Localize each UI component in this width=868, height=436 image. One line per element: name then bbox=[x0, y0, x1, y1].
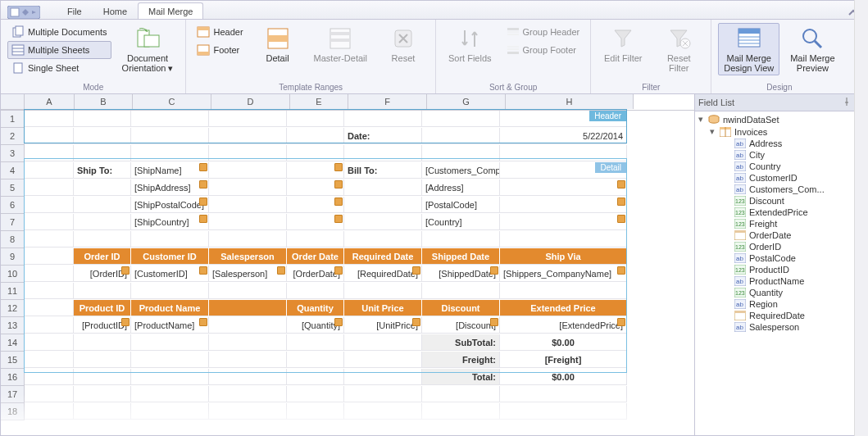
cell[interactable]: Date: bbox=[344, 128, 422, 144]
cell[interactable] bbox=[25, 369, 74, 385]
row-header-5[interactable]: 5 bbox=[1, 179, 25, 197]
cell[interactable] bbox=[500, 231, 627, 248]
cell[interactable]: [Salesperson] bbox=[209, 266, 287, 282]
cell[interactable]: SubTotal: bbox=[422, 334, 500, 351]
cell[interactable] bbox=[209, 386, 287, 402]
cell[interactable]: Customer ID bbox=[131, 248, 209, 265]
tree-field[interactable]: 123Freight bbox=[695, 218, 867, 229]
cell[interactable]: Salesperson bbox=[209, 248, 287, 265]
col-header-E[interactable]: E bbox=[290, 94, 348, 109]
cell[interactable]: Extended Price bbox=[500, 300, 627, 316]
column-headers[interactable]: ABCDEFGH bbox=[1, 94, 694, 111]
row-header-16[interactable]: 16 bbox=[1, 369, 25, 386]
group-header-button[interactable]: Group Header bbox=[502, 23, 584, 41]
cell[interactable]: Header bbox=[500, 111, 627, 127]
row-header-17[interactable]: 17 bbox=[1, 386, 25, 403]
sort-fields-button[interactable]: Sort Fields bbox=[443, 23, 498, 66]
cell[interactable]: $0.00 bbox=[500, 334, 627, 351]
cell[interactable] bbox=[25, 179, 74, 196]
cell[interactable] bbox=[209, 179, 287, 196]
cell[interactable]: [Address] bbox=[422, 179, 500, 196]
cell[interactable] bbox=[74, 352, 131, 368]
tree-field[interactable]: abSalesperson bbox=[695, 321, 867, 333]
master-detail-button[interactable]: Master-Detail bbox=[308, 23, 373, 66]
cell[interactable] bbox=[500, 179, 627, 196]
tab-home[interactable]: Home bbox=[93, 2, 138, 19]
cell[interactable] bbox=[25, 128, 74, 144]
cell[interactable] bbox=[131, 352, 209, 368]
cell[interactable] bbox=[209, 231, 287, 248]
tree-field[interactable]: 123OrderID bbox=[695, 241, 867, 252]
cell[interactable] bbox=[74, 197, 131, 213]
cell[interactable] bbox=[344, 283, 422, 299]
cell[interactable]: Total: bbox=[422, 369, 500, 385]
spreadsheet-area[interactable]: ABCDEFGH1Header2Date:5/22/201434Ship To:… bbox=[1, 94, 694, 435]
tab-mail-merge[interactable]: Mail Merge bbox=[138, 2, 203, 19]
cell[interactable] bbox=[25, 162, 74, 179]
cell[interactable] bbox=[422, 111, 500, 127]
cell[interactable] bbox=[422, 145, 500, 161]
cell[interactable]: [OrderID] bbox=[74, 266, 131, 282]
cell[interactable]: Freight: bbox=[422, 352, 500, 368]
cell[interactable] bbox=[287, 145, 344, 161]
cell[interactable]: [Freight] bbox=[500, 352, 627, 368]
row-header-9[interactable]: 9 bbox=[1, 248, 25, 266]
cell[interactable]: Bill To: bbox=[344, 162, 422, 179]
cell[interactable]: [ProductID] bbox=[74, 317, 131, 334]
cell[interactable] bbox=[131, 145, 209, 161]
cell[interactable]: [ShipName] bbox=[131, 162, 209, 179]
cell[interactable] bbox=[131, 231, 209, 248]
tree-root[interactable]: ▾nwindDataSet bbox=[695, 113, 867, 125]
cell[interactable] bbox=[500, 283, 627, 299]
cell[interactable] bbox=[209, 197, 287, 213]
cell[interactable] bbox=[422, 386, 500, 402]
col-header-F[interactable]: F bbox=[348, 94, 427, 109]
tree-field[interactable]: RequiredDate bbox=[695, 310, 867, 321]
cell[interactable]: Ship Via bbox=[500, 248, 627, 265]
cell[interactable] bbox=[131, 128, 209, 144]
multiple-sheets-button[interactable]: Multiple Sheets bbox=[7, 41, 111, 59]
footer-range-button[interactable]: Footer bbox=[193, 41, 247, 59]
row-header-14[interactable]: 14 bbox=[1, 334, 25, 352]
col-header-D[interactable]: D bbox=[211, 94, 290, 109]
cell[interactable] bbox=[25, 283, 74, 299]
cell[interactable] bbox=[287, 128, 344, 144]
cell[interactable] bbox=[209, 111, 287, 127]
tree-field[interactable]: abRegion bbox=[695, 298, 867, 310]
cell[interactable] bbox=[209, 403, 287, 420]
col-header-B[interactable]: B bbox=[75, 94, 133, 109]
row-header-13[interactable]: 13 bbox=[1, 317, 25, 334]
cell[interactable] bbox=[422, 128, 500, 144]
tab-file[interactable]: File bbox=[57, 2, 93, 19]
single-sheet-button[interactable]: Single Sheet bbox=[7, 59, 111, 77]
cell[interactable] bbox=[25, 214, 74, 230]
cell[interactable] bbox=[209, 352, 287, 368]
cell[interactable] bbox=[344, 145, 422, 161]
cell[interactable] bbox=[25, 197, 74, 213]
cell[interactable] bbox=[422, 403, 500, 420]
cell[interactable] bbox=[287, 283, 344, 299]
design-view-button[interactable]: Mail Merge Design View bbox=[718, 23, 779, 75]
cell[interactable]: [Customers_CompanyName] bbox=[422, 162, 500, 179]
cell[interactable] bbox=[344, 403, 422, 420]
cell[interactable] bbox=[344, 231, 422, 248]
cell[interactable] bbox=[422, 231, 500, 248]
col-header-H[interactable]: H bbox=[506, 94, 634, 109]
cell[interactable] bbox=[25, 111, 74, 127]
cell[interactable]: Order ID bbox=[74, 248, 131, 265]
cell[interactable]: [Discount] bbox=[422, 317, 500, 334]
cell[interactable] bbox=[209, 369, 287, 385]
cell[interactable]: [RequiredDate] bbox=[344, 266, 422, 282]
cell[interactable] bbox=[287, 369, 344, 385]
tree-field[interactable]: abCustomerID bbox=[695, 172, 867, 184]
select-all-corner[interactable] bbox=[1, 94, 25, 110]
cell[interactable] bbox=[74, 179, 131, 196]
cell[interactable]: Product Name bbox=[131, 300, 209, 316]
cell[interactable] bbox=[287, 403, 344, 420]
row-header-15[interactable]: 15 bbox=[1, 352, 25, 369]
cell[interactable] bbox=[344, 386, 422, 402]
tree-field[interactable]: 123ExtendedPrice bbox=[695, 207, 867, 218]
cell[interactable]: [Shippers_CompanyName] bbox=[500, 266, 627, 282]
cell[interactable] bbox=[500, 386, 627, 402]
col-header-G[interactable]: G bbox=[427, 94, 506, 109]
